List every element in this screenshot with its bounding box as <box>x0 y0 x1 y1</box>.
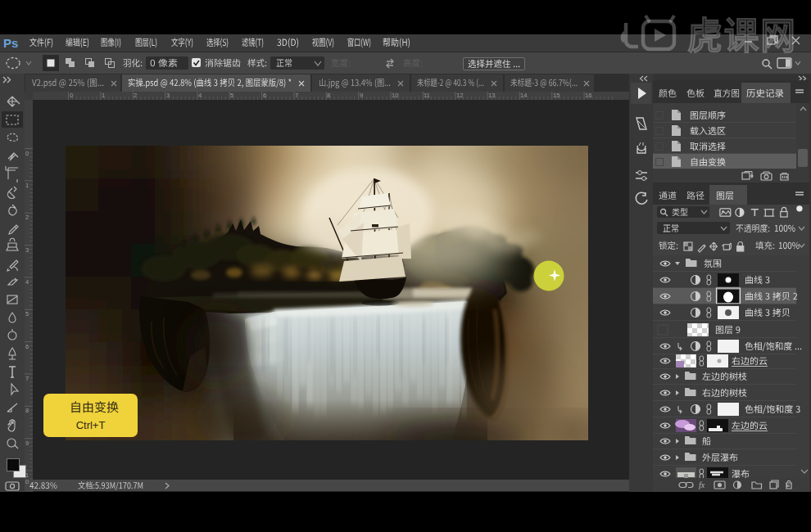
svg-text:fx: fx <box>699 480 705 489</box>
